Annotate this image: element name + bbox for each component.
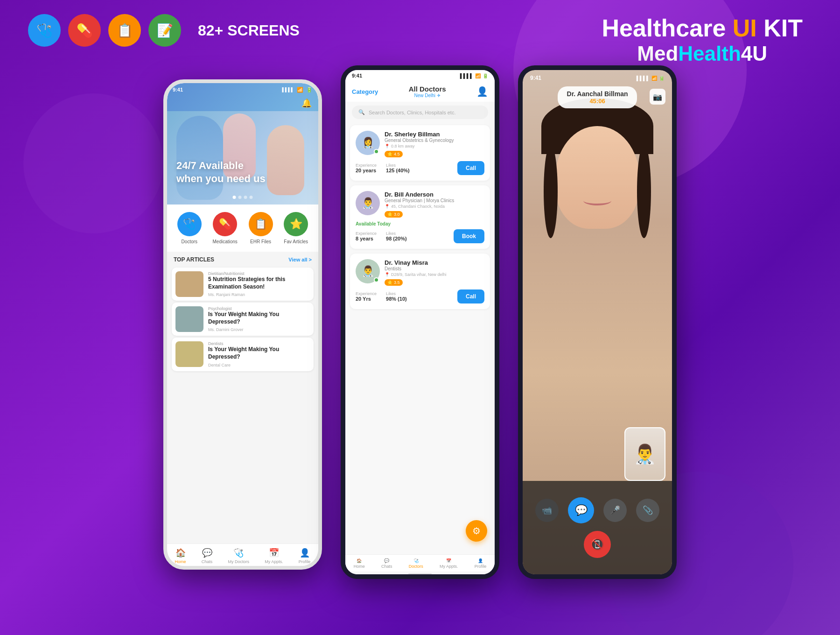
- doctor-1-rating: ⭐ 4.5: [385, 151, 403, 157]
- doctor-2-location: 📍45, Chandani Chaock, Noida: [385, 204, 484, 209]
- call-button-3[interactable]: Call: [457, 289, 484, 303]
- doctor-1-avatar: 👩‍⚕️: [356, 131, 380, 155]
- home-icon-medications[interactable]: 💊 Medications: [212, 212, 237, 244]
- video-toggle-btn[interactable]: 📹: [535, 499, 559, 522]
- article-1-title: 5 Nutrition Strategies for this Examinat…: [208, 276, 310, 290]
- article-3[interactable]: Dentists Is Your Weight Making You Depre…: [172, 338, 314, 371]
- doctor-1-name: Dr. Sherley Billman: [385, 131, 484, 138]
- doctor-2-avatar: 👨‍⚕️: [356, 191, 380, 215]
- nav-profile[interactable]: 👤 Profile: [299, 548, 311, 564]
- header: 🩺 💊 📋 📝 82+ SCREENS: [28, 14, 300, 47]
- home-icon-ehr[interactable]: 📋 EHR Files: [249, 212, 273, 244]
- search-bar[interactable]: 🔍 Search Doctors, Clinics, Hospitals etc…: [352, 106, 488, 119]
- hero-image: [167, 111, 318, 205]
- bottom-nav-2: 🏠 Home 💬 Chats 🩺 Doctors 📅 My Appts. 👤: [345, 554, 495, 572]
- star-icon: 📝: [148, 14, 181, 47]
- doctor-3-rating: ⭐ 3.5: [385, 279, 403, 286]
- article-3-cat: Dentists: [208, 341, 310, 346]
- article-2-image: [175, 306, 203, 332]
- nav-home[interactable]: 🏠 Home: [175, 548, 186, 564]
- view-all-link[interactable]: View all >: [288, 257, 312, 262]
- bell-icon[interactable]: 🔔: [301, 98, 312, 108]
- call-button-1[interactable]: Call: [457, 161, 484, 175]
- articles-section: TOP ARTICLES View all > Dietitian/Nutrit…: [167, 252, 318, 566]
- doctor-card-2[interactable]: 👨‍⚕️ Dr. Bill Anderson General Physician…: [350, 185, 490, 249]
- callee-name: Dr. Aanchal Billman: [567, 90, 628, 98]
- filter-fab[interactable]: ⚙: [466, 520, 487, 542]
- home-icon-fav[interactable]: ⭐ Fav Articles: [284, 212, 308, 244]
- home-icons-row: 🩺 Doctors 💊 Medications 📋 EHR Files ⭐ Fa…: [167, 205, 318, 252]
- phones-container: 9:41 ▌▌▌▌ 📶 🔋 24/7 Available when you ne: [0, 65, 840, 579]
- category-link[interactable]: Category: [352, 88, 378, 95]
- article-1-author: Ms. Ranjani Raman: [208, 292, 310, 297]
- doctor-1-spec: General Obstetrics & Gynecology: [385, 138, 484, 143]
- caller-face: [551, 107, 644, 229]
- nav-my-doctors[interactable]: 🩺 My Doctors: [228, 548, 249, 564]
- article-1[interactable]: Dietitian/Nutritionist 5 Nutrition Strat…: [172, 268, 314, 301]
- profile-icon[interactable]: 👤: [476, 86, 488, 97]
- nav-my-appts[interactable]: 📅 My Appts.: [265, 548, 283, 564]
- camera-flip-icon[interactable]: 📷: [650, 89, 665, 105]
- doctor-3-spec: Dentists: [385, 266, 484, 271]
- p2-nav-home[interactable]: 🏠 Home: [354, 558, 365, 569]
- search-icon: 🔍: [358, 109, 365, 115]
- nav-chats[interactable]: 💬 Chats: [202, 548, 213, 564]
- article-3-image: [175, 341, 203, 367]
- attachment-btn[interactable]: 📎: [636, 499, 659, 522]
- location-subtitle: New Delhi ✈: [378, 93, 476, 98]
- p2-nav-profile[interactable]: 👤 Profile: [475, 558, 487, 569]
- phone-doctors: 9:41 ▌▌▌▌ 📶 🔋 Category All Doctors New D…: [341, 65, 499, 579]
- article-2-title: Is Your Weight Making You Depressed?: [208, 311, 310, 325]
- doctor-3-avatar: 👨‍⚕️: [356, 259, 380, 283]
- all-doctors-title: All Doctors: [378, 85, 476, 93]
- status-bar-2: 9:41 ▌▌▌▌ 📶 🔋: [345, 70, 495, 81]
- doctor-3-location: 📍D28/9, Sarita vihar, New delhi: [385, 272, 484, 277]
- call-timer: 45:06: [567, 98, 628, 105]
- clipboard-icon: 📋: [108, 14, 141, 47]
- p2-nav-appts[interactable]: 📅 My Appts.: [440, 558, 458, 569]
- doctor-2-spec: General Physician | Morya Clinics: [385, 198, 484, 203]
- mic-btn[interactable]: 🎤: [603, 499, 627, 522]
- doctor-card-3[interactable]: 👨‍⚕️ Dr. Vinay Misra Dentists 📍D28/9, Sa…: [350, 254, 490, 309]
- book-button-2[interactable]: Book: [454, 229, 484, 243]
- phone-videocall: 9:41 ▌▌▌▌📶🔋 Dr. Aanchal Billman 45:06 📷: [518, 65, 677, 579]
- article-2-author: Ms. Darnini Grover: [208, 327, 310, 332]
- doctor-2-rating: ⭐ 3.0: [385, 211, 403, 218]
- section-title: TOP ARTICLES: [174, 256, 214, 263]
- article-2[interactable]: Psychologist Is Your Weight Making You D…: [172, 303, 314, 336]
- available-today-label: Available Today: [356, 221, 484, 226]
- end-call-btn[interactable]: 📵: [584, 531, 611, 558]
- doctor-2-name: Dr. Bill Anderson: [385, 191, 484, 198]
- hero-section: 9:41 ▌▌▌▌ 📶 🔋 24/7 Available when you ne: [167, 83, 318, 205]
- call-controls: 📹 💬 🎤 📎 📵: [523, 481, 672, 574]
- article-1-image: [175, 271, 203, 297]
- article-3-title: Is Your Weight Making You Depressed?: [208, 346, 310, 360]
- doctor-3-name: Dr. Vinay Misra: [385, 259, 484, 266]
- p3-status-bar: 9:41 ▌▌▌▌📶🔋: [523, 70, 672, 86]
- search-placeholder: Search Doctors, Clinics, Hospitals etc.: [369, 110, 455, 115]
- article-3-author: Dental Care: [208, 363, 310, 367]
- chat-btn[interactable]: 💬: [568, 497, 594, 523]
- doctor-1-location: 📍0.8 km away: [385, 144, 484, 148]
- home-icon-doctors[interactable]: 🩺 Doctors: [177, 212, 202, 244]
- bottom-nav-1: 🏠 Home 💬 Chats 🩺 My Doctors 📅 My Appts. …: [167, 543, 318, 566]
- hero-text: 24/7 Available when you need us: [176, 159, 266, 186]
- video-bg: 9:41 ▌▌▌▌📶🔋 Dr. Aanchal Billman 45:06 📷: [523, 70, 672, 574]
- stethoscope-icon: 🩺: [28, 14, 61, 47]
- screens-count: 82+ SCREENS: [198, 22, 300, 39]
- self-video-inset: 👨‍⚕️: [624, 427, 665, 481]
- doctor-card-1[interactable]: 👩‍⚕️ Dr. Sherley Billman General Obstetr…: [350, 125, 490, 181]
- medicine-icon: 💊: [68, 14, 101, 47]
- status-bar-1: 9:41 ▌▌▌▌ 📶 🔋: [167, 83, 318, 96]
- article-1-cat: Dietitian/Nutritionist: [208, 271, 310, 276]
- p2-nav-doctors[interactable]: 🩺 Doctors: [409, 558, 423, 569]
- brand-title: Healthcare UI KIT MedHealth4U: [602, 14, 803, 65]
- p2-nav-chats[interactable]: 💬 Chats: [381, 558, 392, 569]
- phone-home: 9:41 ▌▌▌▌ 📶 🔋 24/7 Available when you ne: [163, 79, 322, 570]
- article-2-cat: Psychologist: [208, 306, 310, 311]
- doctors-topbar: Category All Doctors New Delhi ✈ 👤: [345, 81, 495, 102]
